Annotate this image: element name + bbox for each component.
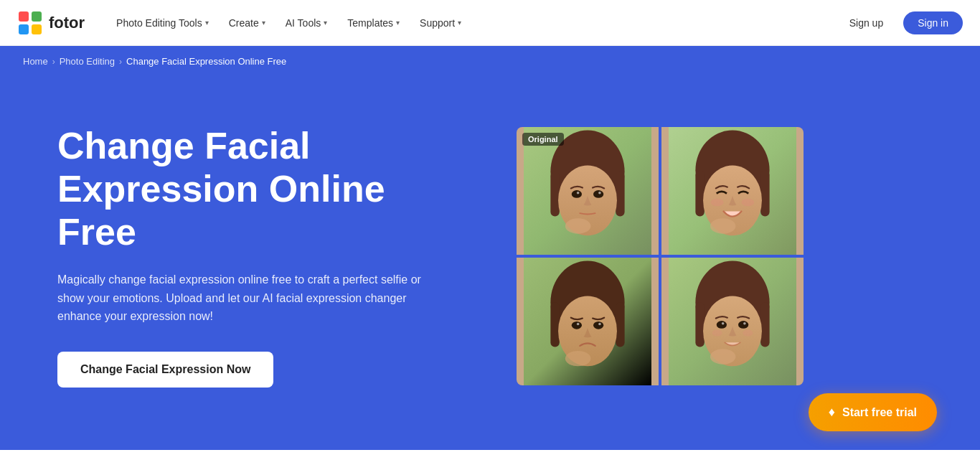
signin-button[interactable]: Sign in <box>903 11 963 34</box>
chevron-down-icon: ▾ <box>324 19 327 27</box>
svg-rect-7 <box>550 172 559 216</box>
hero-image-grid: Original <box>517 127 804 385</box>
nav-ai-tools[interactable]: AI Tools ▾ <box>277 11 336 34</box>
svg-point-38 <box>717 321 727 329</box>
svg-rect-1 <box>19 11 29 22</box>
svg-point-29 <box>593 321 603 329</box>
image-smile-variant <box>661 258 804 385</box>
breadcrumb-separator: › <box>52 57 55 67</box>
svg-point-40 <box>722 322 725 325</box>
logo-text: fotor <box>49 14 85 32</box>
svg-point-10 <box>572 190 582 198</box>
face-svg-smiling <box>661 127 804 255</box>
hero-description: Magically change facial expression onlin… <box>57 271 430 326</box>
svg-point-41 <box>743 322 746 325</box>
face-svg-smile-variant <box>661 258 804 385</box>
svg-rect-25 <box>550 302 559 347</box>
signup-button[interactable]: Sign up <box>838 11 895 34</box>
svg-point-31 <box>598 323 601 326</box>
svg-point-11 <box>593 190 603 198</box>
image-sad <box>517 258 659 385</box>
fotor-logo-icon <box>17 10 43 36</box>
svg-point-43 <box>743 330 753 337</box>
original-badge: Original <box>522 133 564 146</box>
face-svg-sad <box>517 258 659 385</box>
svg-point-42 <box>712 330 722 337</box>
navbar: fotor Photo Editing Tools ▾ Create ▾ AI … <box>0 0 980 46</box>
svg-rect-17 <box>695 171 704 217</box>
chevron-down-icon: ▾ <box>458 19 461 27</box>
svg-rect-8 <box>616 172 624 216</box>
logo[interactable]: fotor <box>17 10 85 36</box>
svg-rect-4 <box>32 24 42 34</box>
svg-point-44 <box>710 349 736 364</box>
image-original: Original <box>517 127 659 255</box>
svg-rect-36 <box>760 302 769 347</box>
svg-rect-3 <box>19 24 29 34</box>
svg-point-14 <box>565 218 591 233</box>
hero-text-block: Change Facial Expression Online Free Mag… <box>57 125 473 388</box>
svg-point-28 <box>572 321 582 329</box>
svg-point-20 <box>711 199 724 207</box>
image-smiling <box>661 127 804 255</box>
svg-rect-35 <box>695 302 704 347</box>
svg-point-32 <box>565 351 591 366</box>
nav-right: Sign up Sign in <box>838 11 963 34</box>
chevron-down-icon: ▾ <box>205 19 209 27</box>
heart-icon: ♦ <box>829 405 835 420</box>
svg-rect-18 <box>760 171 769 217</box>
cta-button[interactable]: Change Facial Expression Now <box>57 352 273 388</box>
nav-support[interactable]: Support ▾ <box>411 11 470 34</box>
nav-create[interactable]: Create ▾ <box>220 11 274 34</box>
nav-photo-editing-tools[interactable]: Photo Editing Tools ▾ <box>108 11 217 34</box>
svg-rect-26 <box>616 302 624 347</box>
chevron-down-icon: ▾ <box>396 19 400 27</box>
floating-cta-label: Start free trial <box>842 406 917 419</box>
svg-point-22 <box>710 218 736 233</box>
start-free-trial-button[interactable]: ♦ Start free trial <box>809 393 937 431</box>
breadcrumb-home[interactable]: Home <box>23 56 48 67</box>
svg-point-12 <box>577 192 580 194</box>
svg-point-39 <box>738 321 748 329</box>
face-svg-original <box>517 127 659 255</box>
svg-point-30 <box>577 323 580 326</box>
hero-title: Change Facial Expression Online Free <box>57 125 473 253</box>
breadcrumb: Home › Photo Editing › Change Facial Exp… <box>0 46 980 77</box>
svg-point-21 <box>741 199 754 207</box>
breadcrumb-photo-editing[interactable]: Photo Editing <box>60 56 115 67</box>
svg-point-13 <box>598 192 601 194</box>
nav-templates[interactable]: Templates ▾ <box>339 11 408 34</box>
chevron-down-icon: ▾ <box>262 19 265 27</box>
breadcrumb-separator: › <box>119 57 122 67</box>
breadcrumb-current: Change Facial Expression Online Free <box>126 56 286 67</box>
svg-rect-2 <box>32 11 42 22</box>
nav-links: Photo Editing Tools ▾ Create ▾ AI Tools … <box>108 11 838 34</box>
